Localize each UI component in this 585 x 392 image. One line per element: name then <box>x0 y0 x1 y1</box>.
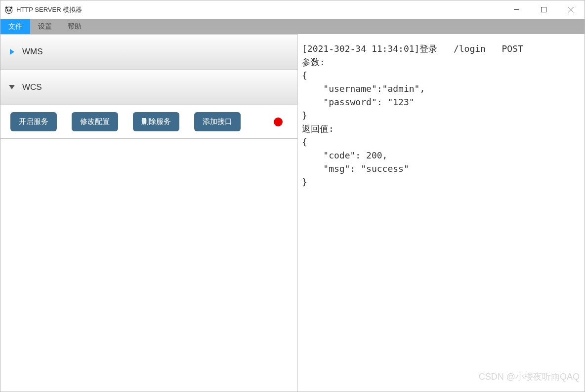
title-bar-left: HTTP SERVER 模拟器 <box>4 5 503 14</box>
accordion-label-wcs: WCS <box>22 82 42 92</box>
menu-bar: 文件 设置 帮助 <box>0 19 585 34</box>
svg-point-2 <box>10 6 13 9</box>
edit-config-button[interactable]: 修改配置 <box>72 112 118 131</box>
left-empty-area <box>0 139 297 392</box>
svg-rect-7 <box>542 7 546 12</box>
delete-service-button[interactable]: 删除服务 <box>133 112 179 131</box>
menu-settings[interactable]: 设置 <box>30 19 60 34</box>
accordion-header-wcs[interactable]: WCS <box>0 70 297 105</box>
accordion-body-wcs: 开启服务 修改配置 删除服务 添加接口 <box>0 105 297 139</box>
svg-point-5 <box>8 11 9 12</box>
window-controls <box>503 0 585 19</box>
menu-file[interactable]: 文件 <box>0 19 30 34</box>
menu-help[interactable]: 帮助 <box>60 19 89 34</box>
status-dot-icon <box>274 118 283 126</box>
window-title: HTTP SERVER 模拟器 <box>16 5 82 14</box>
maximize-button[interactable] <box>530 0 557 19</box>
title-bar: HTTP SERVER 模拟器 <box>0 0 585 19</box>
svg-point-3 <box>7 9 9 11</box>
svg-point-1 <box>5 6 8 9</box>
app-window: HTTP SERVER 模拟器 文件 设置 帮助 WMS WCS 开启服务 修改… <box>0 0 585 392</box>
main-content: WMS WCS 开启服务 修改配置 删除服务 添加接口 [2021-302-34… <box>0 34 585 392</box>
close-button[interactable] <box>557 0 585 19</box>
svg-point-4 <box>9 9 11 11</box>
left-panel: WMS WCS 开启服务 修改配置 删除服务 添加接口 <box>0 34 298 392</box>
watermark: CSDN @小楼夜听雨QAQ <box>479 371 580 383</box>
minimize-button[interactable] <box>503 0 530 19</box>
add-interface-button[interactable]: 添加接口 <box>194 112 241 131</box>
chevron-right-icon <box>8 48 15 55</box>
accordion-label-wms: WMS <box>22 47 43 57</box>
log-output: [2021-302-34 11:34:01]登录 /login POST 参数:… <box>302 42 580 189</box>
accordion-header-wms[interactable]: WMS <box>0 34 297 70</box>
panda-icon <box>4 5 13 14</box>
chevron-down-icon <box>8 84 15 91</box>
right-panel: [2021-302-34 11:34:01]登录 /login POST 参数:… <box>298 34 585 392</box>
start-service-button[interactable]: 开启服务 <box>10 112 57 131</box>
